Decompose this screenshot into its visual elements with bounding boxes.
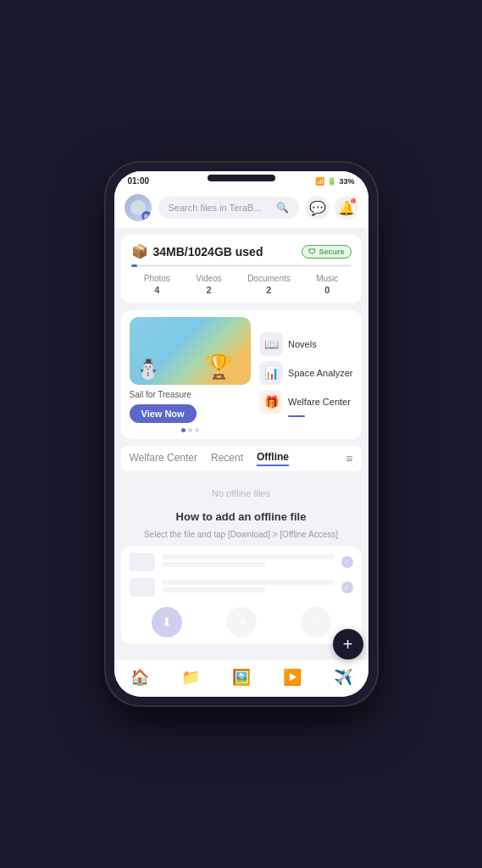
how-to-title: How to add an offline file: [176, 510, 307, 523]
nav-share[interactable]: ✈️: [327, 666, 359, 688]
header-icons: 💬 🔔 2: [306, 196, 358, 220]
file-type-music[interactable]: Music 0: [316, 274, 338, 295]
shield-icon: 🛡: [308, 248, 316, 256]
home-icon: 🏠: [130, 668, 149, 687]
storage-usage: 34MB/1024GB used: [153, 245, 297, 259]
more-action-icon: ⋯: [301, 607, 331, 637]
documents-label: Documents: [247, 274, 291, 283]
tool-welfare-center[interactable]: 🎁 Welfare Center: [259, 390, 352, 414]
photos-icon: 🖼️: [232, 668, 251, 687]
tab-offline[interactable]: Offline: [257, 451, 289, 466]
space-analyzer-label: Space Analyzer: [288, 368, 352, 378]
dot-3: [195, 428, 199, 432]
file-mock-thumb-2: [130, 578, 155, 597]
storage-card: 📦 34MB/1024GB used 🛡 Secure Photos 4: [121, 235, 362, 303]
tools-area: 📖 Novels 📊 Space Analyzer 🎁 Welfare Cent…: [259, 317, 352, 432]
banner-tools-section: ⛄ 🏆 Sail for Treasure View Now 📖 Novels: [121, 310, 362, 439]
chat-icon: 💬: [309, 200, 326, 216]
nav-media[interactable]: ▶️: [276, 666, 308, 688]
signal-icon: 📶: [315, 177, 324, 186]
welfare-center-icon: 🎁: [259, 390, 283, 414]
photos-label: Photos: [144, 274, 170, 283]
avatar[interactable]: P: [125, 194, 152, 221]
storage-bar-fill: [131, 264, 138, 267]
storage-header: 📦 34MB/1024GB used 🛡 Secure: [131, 243, 352, 259]
status-right: 📶 🔋 33%: [315, 177, 354, 186]
file-mock-row-2: ✓: [130, 578, 353, 597]
search-bar[interactable]: Search files in TeraB... 🔍: [158, 197, 299, 219]
file-type-videos[interactable]: Videos 2: [196, 274, 221, 295]
notification-badge: 2: [350, 198, 357, 204]
banner-treasure-icon: 🏆: [204, 353, 234, 381]
banner-area: ⛄ 🏆 Sail for Treasure View Now: [130, 317, 252, 432]
file-list-mock: ✓ ✓ ⬇ ↗ ⋯: [121, 546, 362, 644]
tab-welfare-center[interactable]: Welfare Center: [130, 452, 197, 465]
banner-view-button[interactable]: View Now: [130, 404, 197, 423]
file-types: Photos 4 Videos 2 Documents 2 Music 0: [131, 274, 352, 295]
share-icon: ✈️: [334, 668, 352, 687]
nav-files[interactable]: 📁: [175, 666, 207, 688]
videos-label: Videos: [196, 274, 221, 283]
how-to-subtitle: Select the file and tap [Download] > [Of…: [144, 530, 338, 539]
novels-label: Novels: [288, 339, 317, 349]
chat-button[interactable]: 💬: [306, 196, 330, 220]
battery-icon: 🔋: [327, 177, 336, 186]
videos-count: 2: [206, 285, 211, 295]
search-placeholder: Search files in TeraB...: [169, 203, 271, 213]
file-mock-line-2: [162, 580, 335, 585]
tab-recent-label: Recent: [211, 452, 243, 464]
search-icon: 🔍: [276, 202, 289, 214]
tab-offline-label: Offline: [257, 451, 289, 463]
no-offline-text: No offline files: [212, 483, 270, 504]
share-action-icon: ↗: [226, 607, 257, 637]
banner-image[interactable]: ⛄ 🏆: [130, 317, 252, 385]
dot-2: [188, 428, 192, 432]
file-mock-line-2b: [162, 587, 265, 593]
header: P Search files in TeraB... 🔍 💬 🔔 2: [114, 189, 368, 228]
banner-dots: [130, 428, 252, 432]
secure-label: Secure: [319, 248, 344, 256]
file-type-photos[interactable]: Photos 4: [144, 274, 170, 295]
main-content: 📦 34MB/1024GB used 🛡 Secure Photos 4: [114, 228, 368, 659]
files-icon: 📁: [181, 668, 200, 687]
file-mock-check-1: ✓: [341, 556, 353, 568]
file-mock-check-2: ✓: [341, 581, 353, 593]
file-mock-line-1b: [162, 562, 265, 567]
battery-percent: 33%: [339, 177, 354, 186]
storage-bar: [131, 264, 352, 267]
status-time: 01:00: [128, 176, 150, 186]
storage-icon: 📦: [131, 243, 148, 259]
file-mock-row-1: ✓: [130, 553, 353, 571]
music-count: 0: [324, 285, 330, 295]
bottom-nav: 🏠 📁 🖼️ ▶️ ✈️: [114, 659, 368, 697]
fab-button[interactable]: +: [333, 629, 363, 659]
tabs-bar: Welfare Center Recent Offline ≡: [121, 446, 362, 471]
tool-space-analyzer[interactable]: 📊 Space Analyzer: [259, 361, 352, 385]
media-icon: ▶️: [283, 668, 302, 687]
file-mock-thumb-1: [130, 553, 155, 571]
file-mock-actions: ⬇ ↗ ⋯: [130, 604, 353, 637]
welfare-center-label: Welfare Center: [288, 397, 351, 407]
banner-title: Sail for Treasure: [130, 390, 252, 399]
space-analyzer-icon: 📊: [259, 361, 283, 385]
tab-welfare-label: Welfare Center: [130, 452, 197, 464]
dot-1: [181, 428, 186, 432]
nav-photos[interactable]: 🖼️: [225, 666, 258, 688]
file-mock-lines-2: [162, 580, 335, 595]
avatar-badge: P: [141, 211, 152, 221]
file-type-documents[interactable]: Documents 2: [247, 274, 291, 295]
documents-count: 2: [266, 285, 271, 295]
offline-section: No offline files How to add an offline f…: [114, 475, 368, 653]
file-mock-lines-1: [162, 554, 335, 570]
banner-character-icon: ⛄: [136, 359, 159, 381]
nav-home[interactable]: 🏠: [124, 666, 156, 688]
tool-underline: [288, 415, 305, 417]
novels-icon: 📖: [259, 332, 283, 356]
tab-recent[interactable]: Recent: [211, 452, 243, 465]
notifications-button[interactable]: 🔔 2: [335, 196, 358, 220]
file-mock-line-1: [162, 554, 335, 559]
tabs-menu-icon[interactable]: ≡: [346, 452, 352, 465]
tool-novels[interactable]: 📖 Novels: [259, 332, 352, 356]
secure-badge: 🛡 Secure: [302, 245, 351, 259]
music-label: Music: [316, 274, 338, 283]
